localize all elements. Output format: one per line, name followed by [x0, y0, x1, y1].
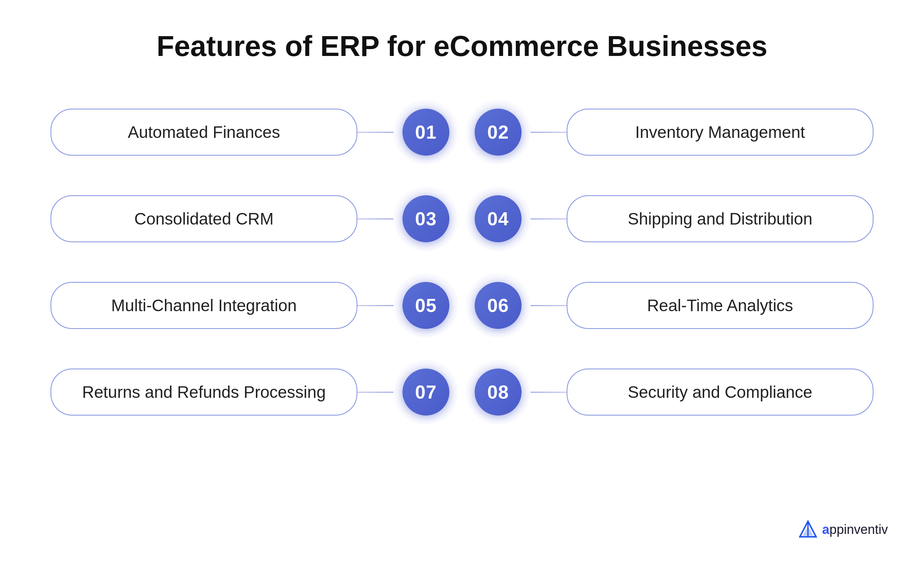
- feature-row-4: Returns and Refunds Processing 07 08 Sec…: [29, 360, 895, 424]
- circle-wrap-left-1: 01: [393, 100, 458, 165]
- feature-row-3: Multi-Channel Integration 05 06 Real-Tim…: [29, 273, 895, 338]
- connector-left-1: [357, 132, 393, 133]
- connector-left-3: [357, 305, 393, 306]
- circle-left-3: 05: [402, 282, 449, 329]
- feature-pill-right-4: Security and Compliance: [567, 369, 873, 416]
- circle-right-3: 06: [475, 282, 522, 329]
- circle-wrap-left-2: 03: [393, 186, 458, 251]
- circle-left-1: 01: [402, 109, 449, 156]
- circle-right-4: 08: [475, 369, 522, 416]
- connector-left-2: [357, 218, 393, 219]
- connector-right-3: [531, 305, 567, 306]
- feature-row-1: Automated Finances 01 02 Inventory Manag…: [29, 100, 895, 165]
- circle-right-1: 02: [475, 109, 522, 156]
- circle-wrap-right-3: 06: [466, 273, 531, 338]
- logo: appinventiv: [798, 519, 888, 539]
- connector-left-4: [357, 392, 393, 393]
- feature-label-right-3: Real-Time Analytics: [647, 296, 794, 315]
- feature-pill-left-4: Returns and Refunds Processing: [51, 369, 357, 416]
- feature-label-right-4: Security and Compliance: [628, 382, 812, 402]
- page-title: Features of ERP for eCommerce Businesses: [157, 29, 768, 63]
- logo-text: appinventiv: [822, 522, 888, 537]
- circle-wrap-left-3: 05: [393, 273, 458, 338]
- circle-wrap-right-4: 08: [466, 360, 531, 424]
- circle-left-4: 07: [402, 369, 449, 416]
- feature-row-2: Consolidated CRM 03 04 Shipping and Dist…: [29, 186, 895, 251]
- connector-right-1: [531, 132, 567, 133]
- feature-pill-left-1: Automated Finances: [51, 109, 357, 156]
- feature-label-left-3: Multi-Channel Integration: [111, 296, 297, 315]
- feature-label-right-1: Inventory Management: [635, 122, 805, 142]
- connector-right-4: [531, 392, 567, 393]
- feature-pill-right-1: Inventory Management: [567, 109, 873, 156]
- circle-left-2: 03: [402, 195, 449, 242]
- feature-label-left-2: Consolidated CRM: [134, 209, 274, 228]
- circle-wrap-left-4: 07: [393, 360, 458, 424]
- feature-label-left-1: Automated Finances: [128, 122, 280, 142]
- feature-pill-left-3: Multi-Channel Integration: [51, 282, 357, 329]
- feature-label-right-2: Shipping and Distribution: [628, 209, 812, 228]
- circle-wrap-right-1: 02: [466, 100, 531, 165]
- features-grid: Automated Finances 01 02 Inventory Manag…: [29, 100, 895, 424]
- feature-label-left-4: Returns and Refunds Processing: [82, 382, 326, 402]
- feature-pill-left-2: Consolidated CRM: [51, 195, 357, 242]
- circle-right-2: 04: [475, 195, 522, 242]
- logo-icon: [798, 519, 818, 539]
- feature-pill-right-2: Shipping and Distribution: [567, 195, 873, 242]
- feature-pill-right-3: Real-Time Analytics: [567, 282, 873, 329]
- connector-right-2: [531, 218, 567, 219]
- circle-wrap-right-2: 04: [466, 186, 531, 251]
